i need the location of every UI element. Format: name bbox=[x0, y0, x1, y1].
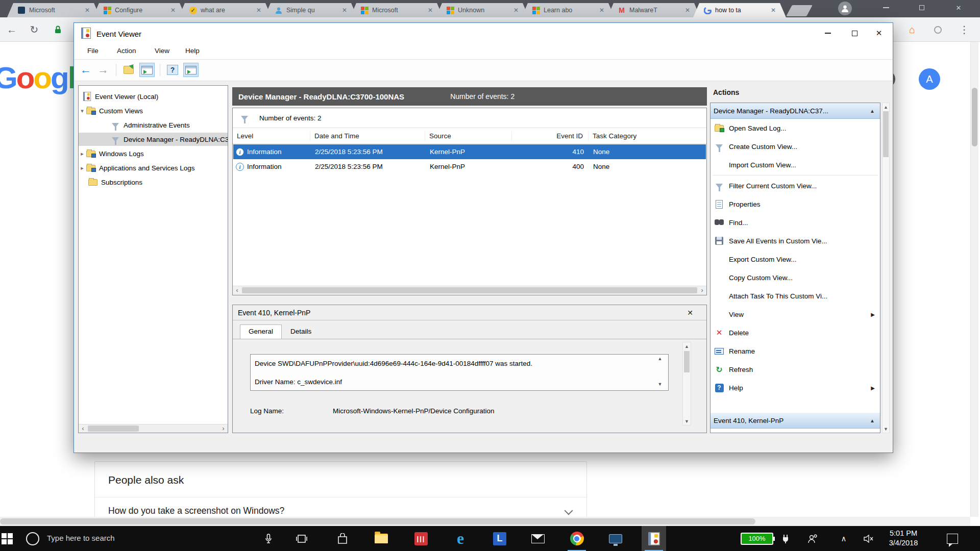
scrollbar-thumb[interactable] bbox=[883, 111, 889, 157]
collapse-icon[interactable]: ▲ bbox=[870, 418, 875, 423]
action-save-all-events[interactable]: Save All Events in Custom Vie... bbox=[710, 232, 880, 250]
forward-arrow-icon[interactable]: → bbox=[95, 63, 111, 77]
ev-maximize-button[interactable] bbox=[843, 23, 866, 43]
task-view-icon[interactable] bbox=[291, 526, 312, 551]
scrollbar-thumb[interactable] bbox=[972, 88, 977, 146]
tab-details[interactable]: Details bbox=[282, 324, 320, 339]
browser-profile-icon[interactable] bbox=[838, 2, 852, 15]
actions-section-event-410[interactable]: Event 410, Kernel-PnP ▲ bbox=[710, 413, 880, 429]
taskbar-clock[interactable]: 5:01 PM 3/4/2018 bbox=[879, 529, 928, 548]
scroll-left-icon[interactable]: ‹ bbox=[233, 286, 241, 294]
plug-icon[interactable] bbox=[778, 526, 793, 551]
action-view-submenu[interactable]: View ▶ bbox=[710, 305, 880, 323]
action-copy-custom-view[interactable]: Copy Custom View... bbox=[710, 268, 880, 287]
tab-simple-qu[interactable]: Simple qu ✕ bbox=[264, 3, 357, 17]
action-import-custom-view[interactable]: Import Custom View... bbox=[710, 156, 880, 174]
taskbar-event-viewer-icon[interactable] bbox=[642, 526, 666, 551]
extension-icon[interactable] bbox=[929, 17, 946, 42]
action-open-saved-log[interactable]: Open Saved Log... bbox=[710, 119, 880, 137]
taskbar-pc-app-icon[interactable] bbox=[603, 526, 628, 551]
taskbar-chrome-icon[interactable] bbox=[565, 526, 589, 551]
tree-item-applications-services-logs[interactable]: ▸ Applications and Services Logs bbox=[79, 161, 228, 174]
tab-close-icon[interactable]: ✕ bbox=[256, 7, 261, 14]
ev-close-button[interactable]: ✕ bbox=[867, 23, 891, 43]
microphone-icon[interactable] bbox=[259, 526, 278, 551]
actions-vertical-scrollbar[interactable]: ▲ ▼ bbox=[882, 103, 890, 433]
column-date-time[interactable]: Date and Time bbox=[310, 131, 425, 141]
tab-malware[interactable]: M MalwareT ✕ bbox=[607, 3, 700, 17]
tab-close-icon[interactable]: ✕ bbox=[685, 7, 690, 14]
collapse-icon[interactable]: ▲ bbox=[870, 108, 875, 114]
tab-close-icon[interactable]: ✕ bbox=[513, 7, 519, 14]
detail-vertical-scrollbar[interactable]: ▲ ▼ bbox=[682, 342, 691, 425]
taskbar-mail-icon[interactable] bbox=[526, 526, 550, 551]
taskbar-search-placeholder[interactable]: Type here to search bbox=[47, 534, 115, 542]
tab-learn-abo[interactable]: Learn abo ✕ bbox=[522, 3, 615, 17]
secure-lock-icon[interactable] bbox=[50, 17, 65, 42]
back-icon[interactable]: ← bbox=[3, 17, 20, 42]
tree-item-root[interactable]: Event Viewer (Local) bbox=[79, 90, 228, 103]
table-row[interactable]: iInformation 2/25/2018 5:23:56 PM Kernel… bbox=[233, 159, 706, 174]
page-horizontal-scrollbar[interactable] bbox=[0, 517, 970, 526]
action-help-submenu[interactable]: ? Help ▶ bbox=[710, 379, 880, 397]
tab-close-icon[interactable]: ✕ bbox=[771, 7, 776, 14]
actions-section-device-manager[interactable]: Device Manager - ReadyDLNA:C37... ▲ bbox=[710, 103, 880, 119]
back-arrow-icon[interactable]: ← bbox=[78, 63, 93, 77]
menu-help[interactable]: Help bbox=[185, 47, 200, 55]
volume-muted-icon[interactable] bbox=[860, 526, 878, 551]
taskbar-file-explorer-icon[interactable] bbox=[369, 526, 394, 551]
browser-menu-icon[interactable]: ⋮ bbox=[955, 17, 973, 42]
tab-how-to-ta-active[interactable]: how to ta ✕ bbox=[693, 3, 786, 17]
scroll-down-icon[interactable]: ▼ bbox=[883, 425, 889, 433]
menu-view[interactable]: View bbox=[155, 47, 169, 55]
collapsed-chevron-icon[interactable]: ▸ bbox=[79, 165, 86, 171]
scroll-down-icon[interactable]: ▼ bbox=[683, 417, 691, 425]
scrollbar-thumb[interactable] bbox=[0, 518, 755, 524]
tab-configure[interactable]: Configure ✕ bbox=[93, 3, 186, 17]
tree-item-subscriptions[interactable]: Subscriptions bbox=[79, 176, 228, 189]
tree-horizontal-scrollbar[interactable]: ‹ › bbox=[79, 424, 228, 433]
tree-item-device-manager-selected[interactable]: Device Manager - ReadyDLNA:C3700-100NAS bbox=[79, 133, 228, 146]
export-log-icon[interactable] bbox=[121, 63, 136, 77]
scrollbar-thumb[interactable] bbox=[88, 425, 139, 432]
column-level[interactable]: Level bbox=[233, 131, 310, 141]
browser-restore-button[interactable] bbox=[912, 0, 932, 15]
taskbar-store-icon[interactable] bbox=[330, 526, 355, 551]
menu-file[interactable]: File bbox=[87, 47, 99, 55]
event-description-box[interactable]: Device SWD\DAFUPnPProvider\uuid:4d696e69… bbox=[250, 354, 669, 391]
column-task-category[interactable]: Task Category bbox=[589, 131, 706, 141]
cortana-icon[interactable] bbox=[22, 526, 43, 551]
scroll-up-icon[interactable]: ▲ bbox=[655, 356, 665, 363]
tab-close-icon[interactable]: ✕ bbox=[599, 7, 604, 14]
scroll-right-icon[interactable]: › bbox=[698, 286, 706, 294]
start-button[interactable] bbox=[0, 526, 17, 551]
action-attach-task[interactable]: Attach Task To This Custom Vi... bbox=[710, 287, 880, 305]
table-row[interactable]: iInformation 2/25/2018 5:23:56 PM Kernel… bbox=[233, 144, 706, 159]
tab-microsoft-1[interactable]: Microsoft ✕ bbox=[7, 3, 100, 17]
reload-icon[interactable]: ↻ bbox=[26, 17, 43, 42]
account-avatar[interactable]: A bbox=[919, 68, 940, 90]
column-event-id[interactable]: Event ID bbox=[512, 131, 589, 141]
action-find[interactable]: Find... bbox=[710, 213, 880, 232]
battery-indicator[interactable]: 100% bbox=[739, 526, 775, 551]
action-export-custom-view[interactable]: Export Custom View... bbox=[710, 250, 880, 268]
help-icon[interactable]: ? bbox=[165, 63, 180, 77]
tree-item-custom-views[interactable]: ▾ Custom Views bbox=[79, 104, 228, 117]
action-create-custom-view[interactable]: Create Custom View... bbox=[710, 137, 880, 156]
menu-action[interactable]: Action bbox=[117, 47, 136, 55]
scroll-right-icon[interactable]: › bbox=[219, 424, 228, 433]
page-vertical-scrollbar[interactable] bbox=[970, 42, 978, 517]
column-source[interactable]: Source bbox=[425, 131, 512, 141]
tab-microsoft-2[interactable]: Microsoft ✕ bbox=[350, 3, 443, 17]
people-icon[interactable] bbox=[803, 526, 822, 551]
action-rename[interactable]: Rename bbox=[710, 342, 880, 360]
tab-close-icon[interactable]: ✕ bbox=[428, 7, 433, 14]
tree-item-administrative-events[interactable]: Administrative Events bbox=[79, 118, 228, 132]
question-text[interactable]: How do you take a screenshot on Windows? bbox=[108, 506, 284, 516]
tab-general[interactable]: General bbox=[240, 324, 282, 339]
scroll-down-icon[interactable]: ▼ bbox=[655, 382, 665, 389]
action-refresh[interactable]: ↻ Refresh bbox=[710, 360, 880, 379]
action-center-icon[interactable] bbox=[942, 526, 963, 551]
ev-titlebar[interactable]: Event Viewer ✕ bbox=[74, 23, 893, 44]
tab-close-icon[interactable]: ✕ bbox=[85, 7, 90, 14]
